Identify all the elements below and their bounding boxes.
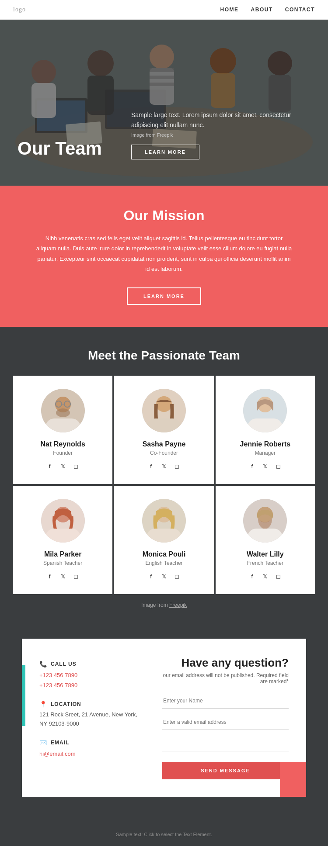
twitter-icon-nat[interactable]: 𝕏: [59, 462, 67, 471]
mission-cta-button[interactable]: LEARN MORE: [127, 287, 201, 305]
hero-section: Our Team Sample large text. Lorem ipsum …: [0, 20, 328, 186]
member-name-monica: Monica Pouli: [123, 550, 205, 558]
member-name-sasha: Sasha Payne: [123, 440, 205, 448]
contact-call-label: 📞 CALL US: [39, 661, 145, 667]
team-card-nat: Nat Reynolds Founder f 𝕏 ◻: [13, 376, 112, 484]
avatar-nat: [41, 389, 85, 432]
facebook-icon-mila[interactable]: f: [45, 572, 54, 581]
member-name-mila: Mila Parker: [22, 550, 104, 558]
svg-point-24: [56, 408, 70, 417]
team-title: Meet the Passionate Team: [13, 349, 315, 363]
freepik-link[interactable]: Freepik: [169, 602, 187, 608]
email-icon: ✉️: [39, 739, 47, 746]
team-section: Meet the Passionate Team Nat Reynolds Fo…: [0, 327, 328, 626]
social-icons-monica: f 𝕏 ◻: [123, 572, 205, 581]
contact-subtitle: our email address will not be published.…: [162, 672, 289, 685]
hero-cta-button[interactable]: LEARN MORE: [131, 145, 199, 159]
contact-phone1[interactable]: +123 456 7890: [39, 670, 145, 680]
member-name-walter: Walter Lilly: [224, 550, 306, 558]
hero-content: Our Team Sample large text. Lorem ipsum …: [0, 110, 328, 159]
contact-card: 📞 CALL US +123 456 7890 +123 456 7890 📍 …: [22, 639, 306, 797]
contact-call-block: 📞 CALL US +123 456 7890 +123 456 7890: [39, 661, 145, 691]
contact-email-input[interactable]: [162, 715, 289, 730]
facebook-icon-nat[interactable]: f: [45, 462, 54, 471]
logo: logo: [13, 6, 26, 13]
instagram-icon-jennie[interactable]: ◻: [274, 462, 283, 471]
member-role-monica: English Teacher: [123, 560, 205, 566]
team-card-mila: Mila Parker Spanish Teacher f 𝕏 ◻: [13, 486, 112, 594]
contact-location-label: 📍 LOCATION: [39, 701, 145, 708]
svg-rect-42: [248, 529, 283, 543]
svg-rect-36: [45, 529, 80, 543]
location-icon: 📍: [39, 701, 47, 708]
hero-overlay: [0, 20, 328, 186]
contact-email-block: ✉️ EMAIL hi@email.com: [39, 739, 145, 759]
contact-email[interactable]: hi@email.com: [39, 749, 145, 759]
team-grid: Nat Reynolds Founder f 𝕏 ◻ Sa: [13, 376, 315, 594]
instagram-icon-walter[interactable]: ◻: [274, 572, 283, 581]
team-image-credit: Image from Freepik: [13, 602, 315, 612]
mission-title: Our Mission: [35, 207, 293, 224]
facebook-icon-jennie[interactable]: f: [248, 462, 256, 471]
mission-body: Nibh venenatis cras sed felis eget velit…: [35, 233, 293, 274]
send-message-button[interactable]: SEND MESSAGE: [162, 762, 289, 779]
footer: Sample text: Click to select the Text El…: [0, 823, 328, 846]
hero-image-credit: Image from Freepik: [131, 132, 311, 138]
facebook-icon-walter[interactable]: f: [248, 572, 256, 581]
nav-home[interactable]: HOME: [220, 7, 239, 13]
nav-about[interactable]: ABOUT: [251, 7, 273, 13]
avatar-walter: [243, 499, 287, 543]
avatar-monica: [142, 499, 186, 543]
contact-name-input[interactable]: [162, 693, 289, 709]
contact-info: 📞 CALL US +123 456 7890 +123 456 7890 📍 …: [39, 656, 145, 779]
hero-title: Our Team: [17, 138, 114, 159]
svg-rect-39: [147, 529, 181, 543]
nav-contact[interactable]: CONTACT: [285, 7, 315, 13]
member-role-jennie: Manager: [224, 450, 306, 456]
instagram-icon-mila[interactable]: ◻: [72, 572, 80, 581]
nav-links: HOME ABOUT CONTACT: [220, 7, 315, 13]
team-card-walter: Walter Lilly French Teacher f 𝕏 ◻: [216, 486, 315, 594]
avatar-jennie: [243, 389, 287, 432]
social-icons-walter: f 𝕏 ◻: [224, 572, 306, 581]
contact-phone2[interactable]: +123 456 7890: [39, 680, 145, 690]
contact-inner: 📞 CALL US +123 456 7890 +123 456 7890 📍 …: [39, 656, 289, 779]
contact-email-label: ✉️ EMAIL: [39, 739, 145, 746]
contact-message-input[interactable]: [162, 736, 289, 751]
social-icons-nat: f 𝕏 ◻: [22, 462, 104, 471]
facebook-icon-monica[interactable]: f: [147, 572, 155, 581]
twitter-icon-mila[interactable]: 𝕏: [59, 572, 67, 581]
svg-rect-33: [248, 418, 283, 432]
contact-right-accent: [280, 762, 306, 797]
hero-right: Sample large text. Lorem ipsum dolor sit…: [131, 110, 311, 159]
mission-section: Our Mission Nibh venenatis cras sed feli…: [0, 186, 328, 327]
instagram-icon-sasha[interactable]: ◻: [173, 462, 181, 471]
contact-form: Have any question? our email address wil…: [162, 656, 289, 779]
twitter-icon-monica[interactable]: 𝕏: [160, 572, 168, 581]
avatar-mila: [41, 499, 85, 543]
social-icons-mila: f 𝕏 ◻: [22, 572, 104, 581]
svg-rect-23: [45, 418, 80, 432]
twitter-icon-jennie[interactable]: 𝕏: [261, 462, 269, 471]
twitter-icon-walter[interactable]: 𝕏: [261, 572, 269, 581]
twitter-icon-sasha[interactable]: 𝕏: [160, 462, 168, 471]
member-role-nat: Founder: [22, 450, 104, 456]
member-role-sasha: Co-Founder: [123, 450, 205, 456]
member-name-nat: Nat Reynolds: [22, 440, 104, 448]
contact-left-accent: [22, 665, 25, 726]
footer-text: Sample text: Click to select the Text El…: [9, 832, 319, 837]
team-card-jennie: Jennie Roberts Manager f 𝕏 ◻: [216, 376, 315, 484]
member-name-jennie: Jennie Roberts: [224, 440, 306, 448]
instagram-icon-monica[interactable]: ◻: [173, 572, 181, 581]
phone-icon: 📞: [39, 661, 47, 667]
svg-rect-30: [147, 418, 181, 432]
social-icons-sasha: f 𝕏 ◻: [123, 462, 205, 471]
member-role-walter: French Teacher: [224, 560, 306, 566]
contact-address: 121 Rock Sreet, 21 Avenue, New York, NY …: [39, 710, 145, 729]
contact-location-block: 📍 LOCATION 121 Rock Sreet, 21 Avenue, Ne…: [39, 701, 145, 729]
instagram-icon-nat[interactable]: ◻: [72, 462, 80, 471]
facebook-icon-sasha[interactable]: f: [147, 462, 155, 471]
social-icons-jennie: f 𝕏 ◻: [224, 462, 306, 471]
avatar-sasha: [142, 389, 186, 432]
svg-point-29: [156, 396, 172, 412]
